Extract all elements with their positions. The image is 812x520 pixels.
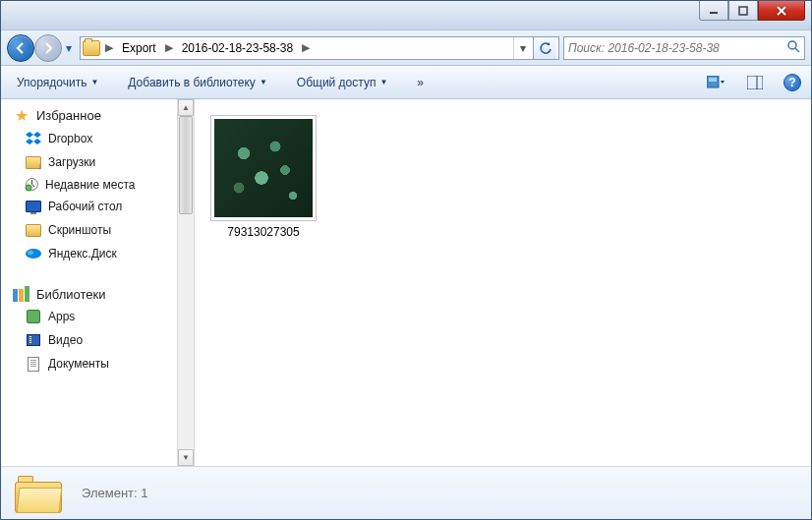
search-input[interactable] (568, 41, 786, 55)
sidebar-item-recent[interactable]: Недавние места (7, 174, 178, 195)
yandexdisk-icon (25, 245, 42, 262)
svg-rect-1 (739, 7, 747, 15)
sidebar-item-documents[interactable]: Документы (7, 352, 178, 376)
apps-icon (25, 308, 42, 325)
forward-button[interactable] (34, 34, 62, 62)
sidebar-label: Документы (48, 357, 109, 371)
sidebar-item-video[interactable]: Видео (7, 328, 178, 352)
video-icon (25, 331, 42, 349)
sidebar-label: Рабочий стол (48, 200, 122, 213)
body: ★ Избранное Dropbox Загрузки (1, 99, 811, 466)
sidebar-item-apps[interactable]: Apps (7, 305, 178, 328)
folder-icon (25, 221, 42, 239)
sidebar-item-downloads[interactable]: Загрузки (7, 150, 178, 174)
sidebar-label: Загрузки (48, 155, 95, 169)
breadcrumb-folder[interactable]: 2016-02-18-23-58-38 (178, 39, 297, 57)
breadcrumb-export[interactable]: Export (118, 39, 160, 57)
content-area[interactable]: 79313027305 (195, 99, 811, 466)
address-bar[interactable]: ▶ Export ▶ 2016-02-18-23-58-38 ▶ ▾ (80, 36, 559, 60)
sidebar-label: Избранное (36, 108, 101, 123)
svg-rect-0 (710, 12, 718, 14)
overflow-button[interactable]: » (411, 72, 430, 93)
sidebar-label: Скриншоты (48, 223, 111, 237)
svg-point-2 (788, 41, 796, 49)
view-button[interactable] (705, 72, 726, 93)
sidebar-label: Яндекс.Диск (48, 247, 117, 260)
maximize-button[interactable] (728, 1, 758, 21)
sidebar: ★ Избранное Dropbox Загрузки (1, 99, 195, 466)
libraries-icon (13, 286, 30, 302)
refresh-button[interactable] (533, 37, 556, 59)
help-button[interactable]: ? (783, 74, 801, 91)
star-icon: ★ (13, 106, 30, 124)
sidebar-item-yandexdisk[interactable]: Яндекс.Диск (7, 242, 178, 265)
add-to-library-button[interactable]: Добавить в библиотеку▼ (122, 72, 272, 93)
scroll-up-button[interactable]: ▲ (178, 99, 194, 116)
svg-line-3 (795, 48, 799, 52)
chevron-right-icon[interactable]: ▶ (299, 41, 313, 54)
sidebar-item-dropbox[interactable]: Dropbox (7, 127, 178, 150)
status-text: Элемент: 1 (82, 486, 147, 500)
sidebar-item-desktop[interactable]: Рабочий стол (7, 195, 178, 218)
svg-rect-14 (25, 286, 29, 302)
svg-rect-13 (19, 289, 24, 302)
sidebar-favorites-header[interactable]: ★ Избранное (7, 103, 178, 127)
search-box[interactable] (563, 36, 805, 60)
sidebar-label: Видео (48, 333, 83, 347)
recent-icon (25, 177, 39, 192)
svg-rect-6 (747, 76, 763, 89)
sidebar-label: Dropbox (48, 132, 92, 145)
preview-pane-button[interactable] (744, 72, 766, 93)
address-dropdown[interactable]: ▾ (513, 37, 531, 59)
file-thumbnail (210, 115, 317, 221)
close-button[interactable] (758, 1, 805, 21)
svg-point-11 (28, 251, 33, 256)
documents-icon (25, 355, 42, 373)
statusbar: Элемент: 1 (1, 466, 811, 519)
svg-rect-12 (13, 289, 18, 302)
folder-icon (83, 40, 100, 56)
file-item[interactable]: 79313027305 (206, 111, 320, 243)
nav-history-dropdown[interactable]: ▾ (62, 35, 76, 61)
file-name: 79313027305 (227, 225, 299, 239)
scroll-down-button[interactable]: ▼ (178, 449, 194, 466)
chevron-right-icon[interactable]: ▶ (162, 41, 176, 54)
minimize-button[interactable] (699, 1, 728, 21)
organize-button[interactable]: Упорядочить▼ (11, 72, 104, 93)
sidebar-label: Недавние места (45, 178, 135, 192)
desktop-icon (25, 198, 42, 215)
titlebar (1, 1, 811, 30)
scroll-thumb[interactable] (179, 116, 193, 214)
svg-point-9 (26, 185, 31, 191)
search-icon[interactable] (786, 39, 800, 56)
downloads-icon (25, 153, 42, 171)
navbar: ▾ ▶ Export ▶ 2016-02-18-23-58-38 ▶ ▾ (1, 30, 811, 66)
svg-rect-5 (709, 78, 717, 82)
dropbox-icon (25, 130, 42, 147)
explorer-window: ▾ ▶ Export ▶ 2016-02-18-23-58-38 ▶ ▾ Упо… (0, 0, 812, 520)
thumbnail-image (214, 119, 313, 217)
sidebar-libraries-header[interactable]: Библиотеки (7, 283, 178, 305)
sidebar-label: Библиотеки (36, 287, 105, 302)
sidebar-scrollbar[interactable]: ▲ ▼ (177, 99, 194, 466)
toolbar: Упорядочить▼ Добавить в библиотеку▼ Общи… (1, 66, 811, 99)
sidebar-label: Apps (48, 310, 75, 323)
chevron-right-icon[interactable]: ▶ (102, 41, 116, 54)
sidebar-item-screenshots[interactable]: Скриншоты (7, 218, 178, 242)
folder-large-icon (15, 474, 62, 513)
back-button[interactable] (7, 34, 34, 62)
share-button[interactable]: Общий доступ▼ (291, 72, 394, 93)
